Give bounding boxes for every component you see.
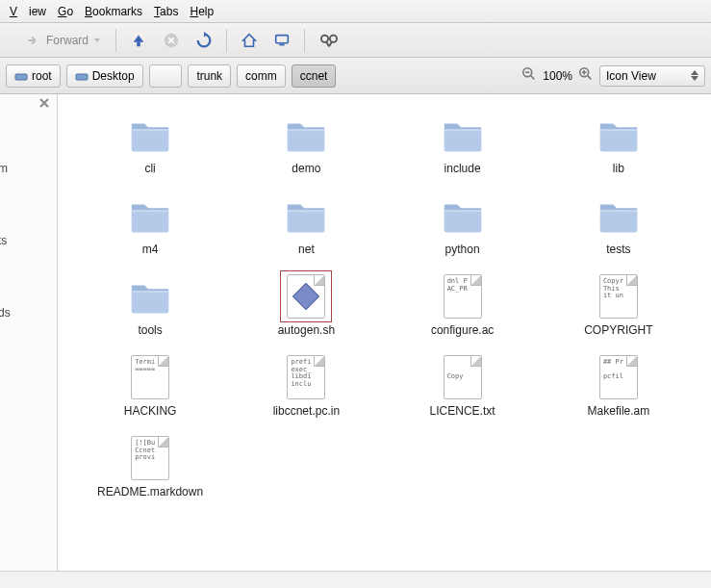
file-icon: [![Bu Ccnet provi — [127, 435, 173, 481]
svg-line-11 — [588, 76, 592, 80]
file-item[interactable]: Copyr This it unCOPYRIGHT — [546, 269, 692, 341]
folder-icon — [127, 112, 173, 158]
home-button[interactable] — [235, 28, 264, 53]
item-label: README.markdown — [97, 485, 203, 499]
item-label: configure.ac — [431, 323, 494, 337]
item-label: include — [444, 162, 481, 175]
folder-item[interactable]: include — [390, 108, 536, 179]
zoom-in-button[interactable] — [578, 66, 594, 85]
path-crumb[interactable] — [149, 64, 183, 88]
svg-rect-2 — [279, 43, 284, 45]
item-label: lib — [613, 162, 624, 175]
path-crumb-label: trunk — [196, 69, 222, 83]
navigation-toolbar: Forward — [0, 23, 711, 58]
reload-button[interactable] — [190, 28, 218, 53]
folder-icon — [596, 192, 642, 239]
menu-help[interactable]: Help — [184, 3, 219, 20]
file-item[interactable]: prefi exec_ libdi inclulibccnet.pc.in — [233, 350, 379, 422]
svg-rect-1 — [276, 35, 289, 42]
drive-icon — [14, 70, 28, 82]
folder-icon — [596, 112, 642, 158]
back-dropdown-icon[interactable] — [4, 37, 15, 44]
item-label: libccnet.pc.in — [273, 404, 340, 418]
folder-item[interactable]: python — [390, 189, 536, 260]
folder-item[interactable]: tests — [546, 189, 692, 260]
folder-item[interactable]: net — [233, 189, 379, 260]
sidebar-section[interactable]: ts — [0, 234, 7, 247]
folder-icon — [127, 273, 173, 320]
path-crumb[interactable]: comm — [237, 64, 286, 88]
item-label: tests — [606, 243, 630, 256]
folder-item[interactable]: lib — [546, 108, 692, 179]
search-button[interactable] — [313, 28, 345, 53]
item-label: m4 — [142, 243, 159, 256]
file-icon: ## Pr pcfil — [596, 354, 642, 400]
item-label: python — [445, 243, 480, 256]
item-label: autogen.sh — [278, 323, 335, 337]
item-label: net — [298, 243, 315, 256]
folder-icon — [440, 192, 486, 239]
stop-button — [157, 28, 186, 53]
file-item[interactable]: CopyLICENCE.txt — [390, 350, 536, 422]
status-bar — [0, 571, 711, 588]
path-crumb-label: Desktop — [92, 69, 135, 83]
file-icon: Copyr This it un — [596, 273, 642, 320]
path-crumb[interactable]: ccnet — [292, 64, 337, 88]
zoom-level-label: 100% — [543, 69, 572, 83]
path-crumb-label — [158, 69, 174, 83]
menu-bar: View Go Bookmarks Tabs Help — [0, 0, 711, 23]
item-label: HACKING — [124, 404, 177, 418]
item-label: LICENCE.txt — [430, 404, 495, 418]
sidebar-section[interactable]: ds — [0, 306, 11, 320]
folder-item[interactable]: demo — [233, 108, 379, 179]
side-panel: m ts ds — [0, 94, 58, 571]
forward-button: Forward — [19, 28, 108, 53]
file-icon: prefi exec_ libdi inclu — [283, 354, 329, 400]
file-icon: Copy — [440, 354, 486, 400]
path-crumb[interactable]: root — [6, 64, 61, 88]
menu-view[interactable]: View — [4, 3, 52, 20]
folder-icon — [283, 192, 329, 239]
folder-item[interactable]: tools — [77, 269, 223, 341]
path-crumb[interactable]: trunk — [188, 64, 231, 88]
item-label: tools — [138, 323, 162, 337]
folder-item[interactable]: cli — [77, 108, 223, 179]
icon-view-area[interactable]: clidemoincludelibm4netpythonteststoolsau… — [58, 94, 711, 571]
folder-icon — [283, 112, 329, 158]
path-crumb[interactable]: Desktop — [66, 64, 143, 88]
path-crumb-label: root — [32, 69, 52, 83]
item-label: COPYRIGHT — [584, 323, 652, 337]
computer-button[interactable] — [267, 28, 296, 53]
svg-line-8 — [531, 76, 535, 80]
file-item[interactable]: ## Pr pcfilMakefile.am — [546, 350, 692, 422]
menu-go[interactable]: Go — [52, 3, 79, 20]
path-crumb-label: comm — [245, 69, 277, 83]
folder-icon — [440, 112, 486, 158]
script-icon — [283, 273, 329, 320]
up-button[interactable] — [124, 28, 153, 53]
file-item[interactable]: autogen.sh — [233, 269, 379, 341]
svg-point-3 — [321, 35, 328, 41]
item-label: Makefile.am — [588, 404, 650, 418]
zoom-out-button[interactable] — [521, 66, 537, 85]
item-label: demo — [292, 162, 320, 175]
menu-bookmarks[interactable]: Bookmarks — [79, 3, 148, 20]
path-bar: rootDesktop trunkcommccnet 100% Icon Vie… — [0, 58, 711, 94]
file-item[interactable]: Termi =====HACKING — [77, 350, 223, 422]
menu-tabs[interactable]: Tabs — [148, 3, 184, 20]
dropdown-icon — [691, 70, 698, 81]
sidebar-section[interactable]: m — [0, 162, 8, 175]
folder-item[interactable]: m4 — [77, 189, 223, 260]
file-icon: Termi ===== — [127, 354, 173, 400]
view-mode-select[interactable]: Icon View — [599, 65, 705, 87]
svg-point-4 — [330, 35, 337, 41]
file-item[interactable]: dnl P AC_PRconfigure.ac — [390, 269, 536, 341]
svg-rect-5 — [15, 74, 27, 80]
path-crumb-label: ccnet — [300, 69, 328, 83]
drive-icon — [75, 70, 89, 82]
file-item[interactable]: [![Bu Ccnet proviREADME.markdown — [77, 431, 223, 502]
close-sidebar-button[interactable] — [38, 96, 51, 113]
item-label: cli — [144, 162, 155, 175]
folder-icon — [127, 192, 173, 239]
svg-rect-6 — [76, 74, 88, 80]
